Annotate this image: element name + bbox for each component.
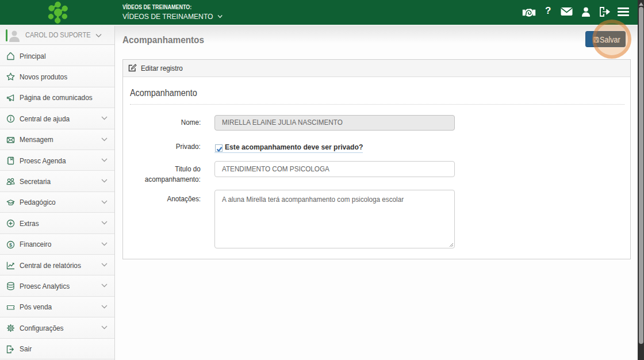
svg-text:$: $ <box>9 242 12 247</box>
